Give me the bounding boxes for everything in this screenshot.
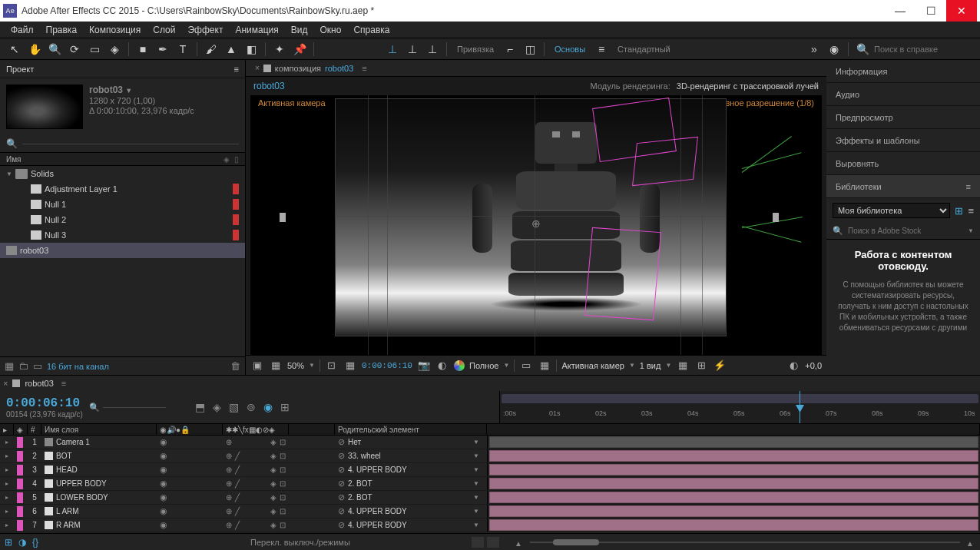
menu-effect[interactable]: Эффект	[181, 22, 229, 38]
viewer-time[interactable]: 0:00:06:10	[362, 361, 412, 370]
project-item[interactable]: Null 3	[0, 227, 245, 243]
view-option-icon[interactable]: ▦	[676, 359, 690, 371]
always-preview-icon[interactable]: ▣	[250, 359, 264, 371]
grid-icon[interactable]: ▦	[538, 359, 551, 371]
tab-close-icon[interactable]: ×	[255, 64, 260, 72]
brainstorm-icon[interactable]: ⊞	[280, 401, 290, 413]
playhead[interactable]	[800, 391, 800, 423]
layout-label[interactable]: Стандартный	[613, 45, 675, 54]
view-value[interactable]: 1 вид	[640, 361, 661, 370]
type-column-icon[interactable]: ▯	[234, 155, 239, 164]
anchor-point-icon[interactable]: ⊕	[530, 217, 542, 230]
anchor-tool[interactable]: ◈	[106, 41, 123, 58]
library-dropdown[interactable]: Моя библиотека	[833, 203, 950, 218]
zoom-out-icon[interactable]: ▲	[515, 539, 524, 545]
new-comp-icon[interactable]: ▭	[33, 360, 42, 372]
interpret-icon[interactable]: ▦	[5, 360, 14, 372]
comp-tab[interactable]: × композиция robot03 ≡	[249, 64, 373, 73]
exposure-icon[interactable]: ◐	[786, 359, 800, 371]
draft-3d-icon[interactable]: ◈	[213, 401, 221, 413]
panel-preview[interactable]: Предпросмотр	[826, 106, 980, 129]
maximize-button[interactable]: ☐	[915, 0, 946, 22]
project-item[interactable]: robot03	[0, 243, 245, 258]
trash-icon[interactable]: 🗑	[230, 360, 240, 372]
frame-blend-icon[interactable]: ▧	[229, 401, 239, 413]
grid-view-icon[interactable]: ⊞	[955, 205, 963, 217]
menu-view[interactable]: Вид	[285, 22, 314, 38]
roto-tool[interactable]: ✦	[271, 41, 288, 58]
project-item[interactable]: Adjustment Layer 1	[0, 181, 245, 197]
dropdown-icon[interactable]: ▼	[309, 362, 315, 369]
timeline-tab-name[interactable]: robot03	[25, 379, 53, 388]
puppet-tool[interactable]: 📌	[291, 41, 308, 58]
panel-menu-icon[interactable]: ≡	[966, 182, 971, 191]
show-snapshot-icon[interactable]: ◐	[435, 359, 449, 371]
panel-menu-icon[interactable]: ≡	[234, 65, 239, 74]
timeline-current-time[interactable]: 0:00:06:10	[6, 396, 83, 410]
panel-audio[interactable]: Аудио	[826, 83, 980, 106]
comp-mini-flowchart-icon[interactable]: ⬒	[195, 401, 205, 413]
transparency-grid-icon[interactable]: ▦	[269, 359, 283, 371]
close-button[interactable]: ✕	[946, 0, 977, 22]
overflow-icon[interactable]: »	[806, 41, 823, 58]
menu-animation[interactable]: Анимация	[229, 22, 284, 38]
rotate-tool[interactable]: ⟳	[66, 41, 83, 58]
timeline-layer-row[interactable]: ▸4UPPER BODY◉⊕╱◈⊡⊘2. BOT▼	[0, 477, 980, 491]
hand-tool[interactable]: ✋	[26, 41, 43, 58]
project-item[interactable]: Null 1	[0, 197, 245, 212]
axis-local-icon[interactable]: ⊥	[384, 41, 401, 58]
timeline-layer-row[interactable]: ▸5LOWER BODY◉⊕╱◈⊡⊘2. BOT▼	[0, 491, 980, 505]
eraser-tool[interactable]: ◧	[243, 41, 260, 58]
toggle-button[interactable]	[472, 537, 484, 548]
toggle-button[interactable]	[487, 537, 499, 548]
tab-menu-icon[interactable]: ≡	[362, 64, 366, 73]
fast-preview-icon[interactable]: ⚡	[713, 359, 727, 371]
timeline-zoom[interactable]: ▲ ▲	[515, 538, 975, 547]
rect-tool[interactable]: ■	[134, 41, 151, 58]
name-column-header[interactable]: Имя	[6, 155, 223, 164]
pixel-aspect-icon[interactable]: ⊞	[694, 359, 708, 371]
project-item[interactable]: Null 2	[0, 212, 245, 227]
snap-toggle-icon[interactable]: ⌐	[502, 41, 518, 58]
pen-tool[interactable]: ✒	[154, 41, 171, 58]
timeline-layer-row[interactable]: ▸3HEAD◉⊕╱◈⊡⊘4. UPPER BODY▼	[0, 463, 980, 477]
roi-icon[interactable]: ▭	[519, 359, 533, 371]
menu-layer[interactable]: Слой	[147, 22, 181, 38]
handle[interactable]	[280, 213, 286, 222]
help-search-input[interactable]	[874, 45, 974, 54]
dropdown-icon[interactable]: ▼	[665, 362, 671, 369]
dropdown-icon[interactable]: ▼	[968, 227, 974, 234]
zoom-value[interactable]: 50%	[287, 361, 304, 370]
stock-search-input[interactable]	[848, 227, 963, 235]
snapshot-icon[interactable]: 📷	[417, 359, 431, 371]
toggle-switches-icon[interactable]: ⊞	[5, 537, 12, 548]
dropdown-icon[interactable]: ▼	[629, 362, 635, 369]
sync-icon[interactable]: ◉	[826, 41, 843, 58]
selection-tool[interactable]: ↖	[6, 41, 23, 58]
timeline-tab-menu-icon[interactable]: ≡	[61, 379, 66, 388]
exposure-value[interactable]: +0,0	[805, 361, 822, 370]
label-column-icon[interactable]: ◈	[223, 155, 230, 164]
panel-align[interactable]: Выровнять	[826, 152, 980, 175]
camera-value[interactable]: Активная камер	[561, 361, 624, 370]
menu-help[interactable]: Справка	[347, 22, 396, 38]
zoom-in-icon[interactable]: ▲	[966, 539, 975, 545]
camera-tool[interactable]: ▭	[86, 41, 103, 58]
workspace-menu-icon[interactable]: ≡	[593, 41, 610, 58]
timeline-layer-row[interactable]: ▸7R ARM◉⊕╱◈⊡⊘4. UPPER BODY▼	[0, 519, 980, 532]
resolution-value[interactable]: Полное	[469, 361, 499, 370]
region-icon[interactable]: ⊡	[325, 359, 339, 371]
guides-icon[interactable]: ▦	[343, 359, 357, 371]
timeline-tab-close-icon[interactable]: ×	[3, 379, 8, 388]
panel-libraries-header[interactable]: Библиотеки ≡	[826, 175, 980, 198]
brush-tool[interactable]: 🖌	[203, 41, 220, 58]
comp-subtab[interactable]: robot03	[253, 81, 285, 91]
render-module-value[interactable]: 3D-рендеринг с трассировкой лучей	[677, 81, 819, 91]
text-tool[interactable]: T	[174, 41, 191, 58]
snap-box-icon[interactable]: ◫	[521, 41, 538, 58]
folder-icon[interactable]: 🗀	[18, 360, 28, 372]
zoom-thumb[interactable]	[553, 539, 599, 545]
axis-view-icon[interactable]: ⊥	[424, 41, 441, 58]
panel-info[interactable]: Информация	[826, 60, 980, 83]
graph-editor-icon[interactable]: ◉	[263, 401, 273, 413]
